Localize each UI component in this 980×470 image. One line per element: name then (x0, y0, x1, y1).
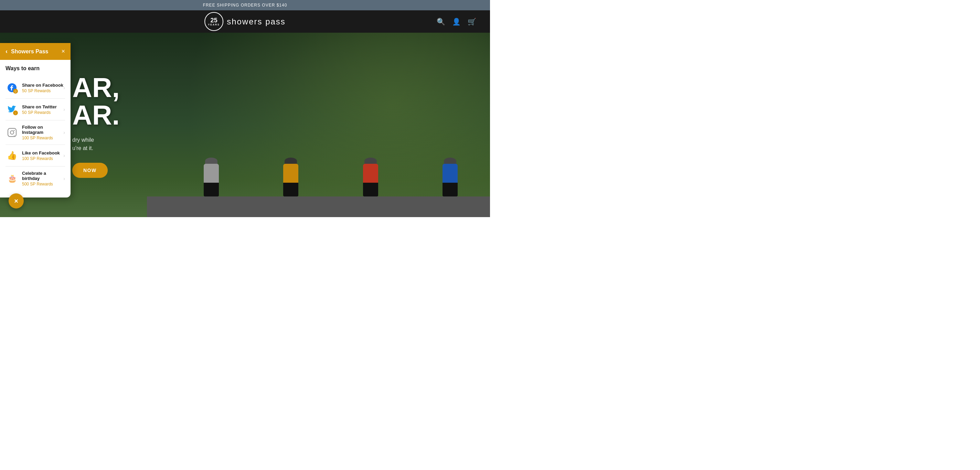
account-icon[interactable]: 👤 (452, 17, 461, 26)
rewards-section-title: Ways to earn (5, 65, 65, 71)
rewards-item-birthday[interactable]: 🎂 Celebrate a birthday 500 SP Rewards › (5, 167, 65, 191)
site-header: 25 YEARS showers pass 🔍 👤 🛒 (0, 10, 490, 33)
hero-section: AR, AR. dry while u're at it. NOW ‹ Show… (0, 33, 490, 217)
facebook-share-badge: ⟨⟩ (13, 89, 18, 94)
facebook-icon: ⟨⟩ (5, 81, 19, 94)
chevron-right-icon-3: › (63, 130, 65, 135)
cyclist-1-helmet (205, 157, 218, 165)
rewards-item-twitter-share[interactable]: ⟨ Share on Twitter 50 SP Rewards › (5, 99, 65, 121)
svg-point-4 (14, 130, 15, 131)
svg-text:+: + (13, 134, 15, 137)
rewards-item-instagram[interactable]: + Follow on Instagram 100 SP Rewards › (5, 121, 65, 145)
hero-headline: AR, AR. (72, 74, 120, 129)
birthday-icon: 🎂 (5, 172, 19, 185)
rewards-item-facebook-share-name: Share on Facebook (22, 83, 63, 88)
rewards-back-button[interactable]: ‹ (5, 48, 8, 55)
rewards-item-facebook-share-text: Share on Facebook 50 SP Rewards (22, 83, 63, 93)
logo-circle-icon: 25 YEARS (204, 12, 223, 31)
hero-headline-line2: AR. (72, 102, 120, 129)
chevron-right-icon-2: › (63, 106, 65, 112)
hero-content: AR, AR. dry while u're at it. NOW (72, 74, 120, 178)
svg-point-3 (10, 131, 14, 134)
rewards-header-left: ‹ Showers Pass (5, 48, 49, 55)
rewards-panel-header: ‹ Showers Pass × (0, 43, 70, 60)
rewards-item-twitter-name: Share on Twitter (22, 104, 63, 110)
rewards-item-instagram-pts: 100 SP Rewards (22, 136, 63, 140)
chevron-right-icon-5: › (63, 176, 65, 181)
hero-desc-line1: dry while (72, 136, 120, 144)
rewards-panel-body: Ways to earn ⟨⟩ Share on Facebook 50 SP … (0, 60, 70, 197)
rewards-item-like-pts: 100 SP Rewards (22, 156, 63, 161)
cyclist-4 (442, 157, 458, 197)
rewards-panel: ‹ Showers Pass × Ways to earn ⟨⟩ Share o… (0, 43, 70, 197)
header-icons: 🔍 👤 🛒 (437, 17, 476, 26)
announcement-bar: FREE SHIPPING ORDERS OVER $140 (0, 0, 490, 10)
cart-icon[interactable]: 🛒 (468, 17, 476, 26)
cyclist-4-helmet (444, 157, 456, 165)
announcement-text: FREE SHIPPING ORDERS OVER $140 (203, 3, 287, 8)
rewards-item-like-name: Like on Facebook (22, 150, 63, 156)
rewards-close-button[interactable]: × (61, 48, 65, 55)
logo-text: showers pass (227, 17, 286, 27)
hero-headline-line1: AR, (72, 74, 120, 102)
site-logo[interactable]: 25 YEARS showers pass (204, 12, 286, 31)
cyclists-image (171, 51, 490, 217)
cyclist-3-legs (363, 183, 378, 197)
twitter-icon: ⟨ (5, 103, 19, 116)
cyclist-2-helmet (285, 157, 297, 165)
cyclist-4-jacket (442, 164, 458, 183)
rewards-item-facebook-share-pts: 50 SP Rewards (22, 89, 63, 93)
cyclist-1-legs (204, 183, 219, 197)
cyclist-3 (363, 157, 378, 197)
cyclist-4-legs (442, 183, 458, 197)
cyclist-2-jacket (283, 164, 298, 183)
rewards-item-twitter-share-text: Share on Twitter 50 SP Rewards (22, 104, 63, 115)
rewards-item-birthday-name: Celebrate a birthday (22, 171, 63, 181)
thumbs-up-icon: 👍 (5, 149, 19, 162)
rewards-panel-title: Showers Pass (11, 49, 49, 55)
cyclist-2-legs (283, 183, 298, 197)
cyclist-1 (204, 157, 219, 197)
hero-desc-line2: u're at it. (72, 144, 120, 152)
rewards-item-twitter-pts: 50 SP Rewards (22, 110, 63, 115)
floating-close-button[interactable]: × (9, 194, 24, 208)
rewards-item-facebook-like[interactable]: 👍 Like on Facebook 100 SP Rewards › (5, 145, 65, 167)
chevron-right-icon-4: › (63, 153, 65, 158)
search-icon[interactable]: 🔍 (437, 17, 445, 26)
cyclist-3-helmet (364, 157, 377, 165)
instagram-icon: + (5, 126, 19, 139)
rewards-item-facebook-share[interactable]: ⟨⟩ Share on Facebook 50 SP Rewards › (5, 77, 65, 99)
cyclist-1-jacket (204, 164, 219, 183)
shop-now-button[interactable]: NOW (72, 163, 108, 178)
rewards-item-instagram-text: Follow on Instagram 100 SP Rewards (22, 125, 63, 140)
rewards-item-facebook-like-text: Like on Facebook 100 SP Rewards (22, 150, 63, 161)
twitter-share-badge: ⟨ (13, 110, 18, 115)
hero-description: dry while u're at it. (72, 136, 120, 152)
rewards-item-birthday-text: Celebrate a birthday 500 SP Rewards (22, 171, 63, 186)
rewards-item-instagram-name: Follow on Instagram (22, 125, 63, 135)
chevron-right-icon: › (63, 85, 65, 91)
rewards-item-birthday-pts: 500 SP Rewards (22, 182, 63, 186)
cyclist-3-jacket (363, 164, 378, 183)
cyclist-2 (283, 157, 298, 197)
